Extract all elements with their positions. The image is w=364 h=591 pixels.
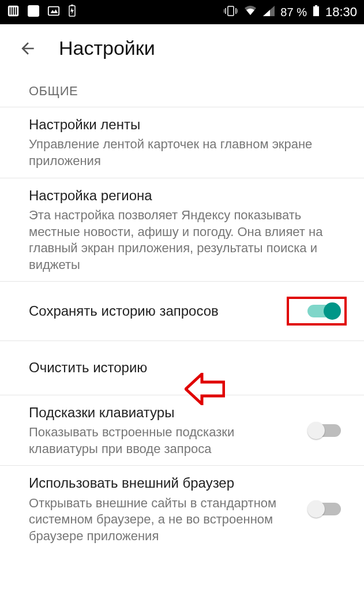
svg-marker-10 [70,8,74,14]
setting-region-title: Настройка региона [29,186,335,205]
battery-charging-icon [68,5,76,20]
setting-feed-title: Настройки ленты [29,115,335,134]
svg-rect-9 [71,5,73,6]
keyboard-hints-toggle[interactable] [310,424,341,437]
image-icon [47,5,60,20]
svg-rect-5 [28,5,39,17]
setting-keyboard-hints-title: Подсказки клавиатуры [29,403,301,422]
setting-external-browser-desc: Открывать внешние сайты в стандартном си… [29,495,301,545]
square-icon [28,5,39,20]
svg-rect-3 [14,7,15,14]
svg-rect-2 [12,7,13,14]
setting-external-browser[interactable]: Использовать внешний браузер Открывать в… [0,466,364,552]
setting-feed[interactable]: Настройки ленты Управление лентой карточ… [0,107,364,178]
svg-marker-7 [51,9,58,13]
setting-clear-history[interactable]: Очистить историю [0,341,364,395]
battery-percent: 87 % [280,6,307,19]
setting-keyboard-hints[interactable]: Подсказки клавиатуры Показывать встроенн… [0,395,364,466]
setting-region-desc: Эта настройка позволяет Яндексу показыва… [29,207,335,273]
svg-rect-1 [10,7,11,14]
setting-feed-desc: Управление лентой карточек на главном эк… [29,136,335,169]
save-history-toggle[interactable] [307,305,339,317]
setting-region[interactable]: Настройка региона Эта настройка позволяе… [0,178,364,282]
svg-rect-18 [313,6,319,16]
page-title: Настройки [59,37,155,59]
setting-external-browser-title: Использовать внешний браузер [29,474,301,492]
barcode-icon [7,5,20,20]
battery-icon [313,5,320,20]
external-browser-toggle[interactable] [310,503,341,515]
status-bar: 87 % 18:30 [0,0,364,24]
app-header: Настройки [0,24,364,72]
svg-rect-19 [315,5,317,6]
setting-keyboard-hints-desc: Показывать встроенные подсказки клавиату… [29,424,301,457]
svg-rect-11 [228,6,234,16]
svg-rect-6 [48,6,59,15]
setting-save-history-title: Сохранять историю запросов [29,302,287,320]
arrow-left-icon [18,39,37,58]
svg-marker-17 [263,10,270,16]
wifi-icon [243,6,257,19]
annotation-highlight-toggle [287,297,347,326]
signal-icon [263,6,275,19]
clock: 18:30 [325,5,357,20]
setting-save-history[interactable]: Сохранять историю запросов [0,282,364,341]
back-button[interactable] [17,38,38,59]
section-header-general: ОБЩИЕ [0,72,364,107]
vibrate-icon [224,5,238,20]
svg-rect-4 [16,7,17,14]
setting-clear-history-title: Очистить историю [29,358,335,377]
